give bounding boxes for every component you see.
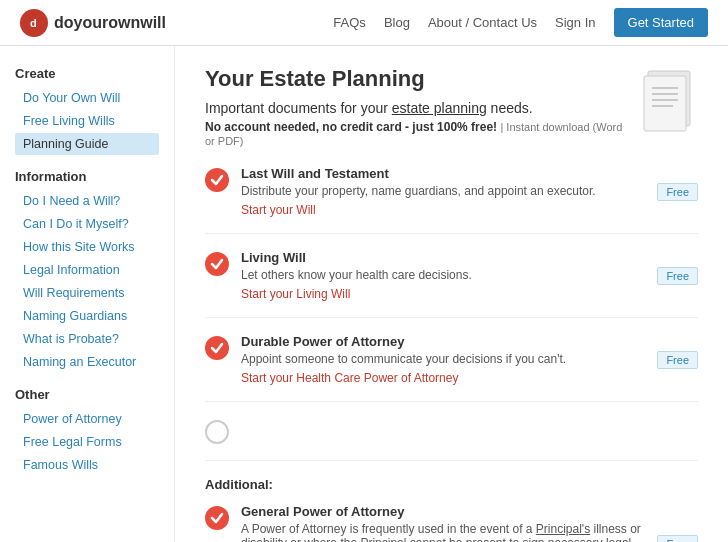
page-title: Your Estate Planning bbox=[205, 66, 698, 92]
svg-rect-3 bbox=[644, 76, 686, 131]
free-badge-line: No account needed, no credit card - just… bbox=[205, 120, 698, 148]
logo-text: doyourownwill bbox=[54, 14, 166, 32]
free-tag-will: Free bbox=[657, 183, 698, 201]
card-title-living-will: Living Will bbox=[241, 250, 647, 265]
free-line-text: No account needed, no credit card - just… bbox=[205, 120, 497, 134]
card-desc-general-poa: A Power of Attorney is frequently used i… bbox=[241, 522, 647, 542]
card-link-living-will[interactable]: Start your Living Will bbox=[241, 287, 350, 301]
sidebar-item-power-of-attorney[interactable]: Power of Attorney bbox=[15, 408, 159, 430]
svg-text:d: d bbox=[30, 17, 37, 29]
card-last-will: Last Will and Testament Distribute your … bbox=[205, 166, 698, 234]
card-content-general-poa: General Power of Attorney A Power of Att… bbox=[241, 504, 647, 542]
layout: Create Do Your Own Will Free Living Will… bbox=[0, 46, 728, 542]
nav-about[interactable]: About / Contact Us bbox=[428, 15, 537, 30]
sidebar-item-how-this-site-works[interactable]: How this Site Works bbox=[15, 236, 159, 258]
get-started-button[interactable]: Get Started bbox=[614, 8, 708, 37]
nav-faqs[interactable]: FAQs bbox=[333, 15, 366, 30]
check-circle-general-poa bbox=[205, 506, 229, 530]
check-circle-living-will bbox=[205, 252, 229, 276]
sidebar-item-can-i-do-it-myself[interactable]: Can I Do it Myself? bbox=[15, 213, 159, 235]
sidebar-item-free-legal-forms[interactable]: Free Legal Forms bbox=[15, 431, 159, 453]
free-tag-general-poa: Free bbox=[657, 535, 698, 543]
sidebar-item-naming-an-executor[interactable]: Naming an Executor bbox=[15, 351, 159, 373]
free-tag-living-will: Free bbox=[657, 267, 698, 285]
card-title-will: Last Will and Testament bbox=[241, 166, 647, 181]
card-desc-durable-poa: Appoint someone to communicate your deci… bbox=[241, 352, 647, 366]
document-illustration bbox=[638, 66, 698, 139]
card-durable-poa: Durable Power of Attorney Appoint someon… bbox=[205, 334, 698, 402]
card-living-will: Living Will Let others know your health … bbox=[205, 250, 698, 318]
additional-label: Additional: bbox=[205, 477, 698, 492]
sidebar-item-do-i-need-a-will[interactable]: Do I Need a Will? bbox=[15, 190, 159, 212]
subtitle: Important documents for your estate plan… bbox=[205, 100, 698, 116]
logo-icon: d bbox=[20, 9, 48, 37]
nav-blog[interactable]: Blog bbox=[384, 15, 410, 30]
sidebar-item-will-requirements[interactable]: Will Requirements bbox=[15, 282, 159, 304]
sidebar-section-information: Information bbox=[15, 169, 159, 184]
sidebar: Create Do Your Own Will Free Living Will… bbox=[0, 46, 175, 542]
logo: d doyourownwill bbox=[20, 9, 166, 37]
sidebar-section-create: Create bbox=[15, 66, 159, 81]
card-link-will[interactable]: Start your Will bbox=[241, 203, 316, 217]
main-content: Your Estate Planning Important documents… bbox=[175, 46, 728, 542]
card-desc-will: Distribute your property, name guardians… bbox=[241, 184, 647, 198]
card-link-durable-poa[interactable]: Start your Health Care Power of Attorney bbox=[241, 371, 458, 385]
sidebar-item-legal-information[interactable]: Legal Information bbox=[15, 259, 159, 281]
sidebar-item-what-is-probate[interactable]: What is Probate? bbox=[15, 328, 159, 350]
free-tag-durable-poa: Free bbox=[657, 351, 698, 369]
card-empty bbox=[205, 418, 698, 461]
nav-signin[interactable]: Sign In bbox=[555, 15, 595, 30]
sidebar-section-other: Other bbox=[15, 387, 159, 402]
check-circle-durable-poa bbox=[205, 336, 229, 360]
card-title-general-poa: General Power of Attorney bbox=[241, 504, 647, 519]
empty-circle bbox=[205, 420, 229, 444]
sidebar-item-famous-wills[interactable]: Famous Wills bbox=[15, 454, 159, 476]
card-content-will: Last Will and Testament Distribute your … bbox=[241, 166, 647, 217]
sidebar-item-free-living-wills[interactable]: Free Living Wills bbox=[15, 110, 159, 132]
card-content-living-will: Living Will Let others know your health … bbox=[241, 250, 647, 301]
card-desc-living-will: Let others know your health care decisio… bbox=[241, 268, 647, 282]
card-title-durable-poa: Durable Power of Attorney bbox=[241, 334, 647, 349]
sidebar-item-naming-guardians[interactable]: Naming Guardians bbox=[15, 305, 159, 327]
header-nav: FAQs Blog About / Contact Us Sign In Get… bbox=[333, 8, 708, 37]
card-content-durable-poa: Durable Power of Attorney Appoint someon… bbox=[241, 334, 647, 385]
sidebar-item-do-your-own-will[interactable]: Do Your Own Will bbox=[15, 87, 159, 109]
sidebar-item-planning-guide[interactable]: Planning Guide bbox=[15, 133, 159, 155]
check-circle-will bbox=[205, 168, 229, 192]
card-general-poa: General Power of Attorney A Power of Att… bbox=[205, 504, 698, 542]
header: d doyourownwill FAQs Blog About / Contac… bbox=[0, 0, 728, 46]
